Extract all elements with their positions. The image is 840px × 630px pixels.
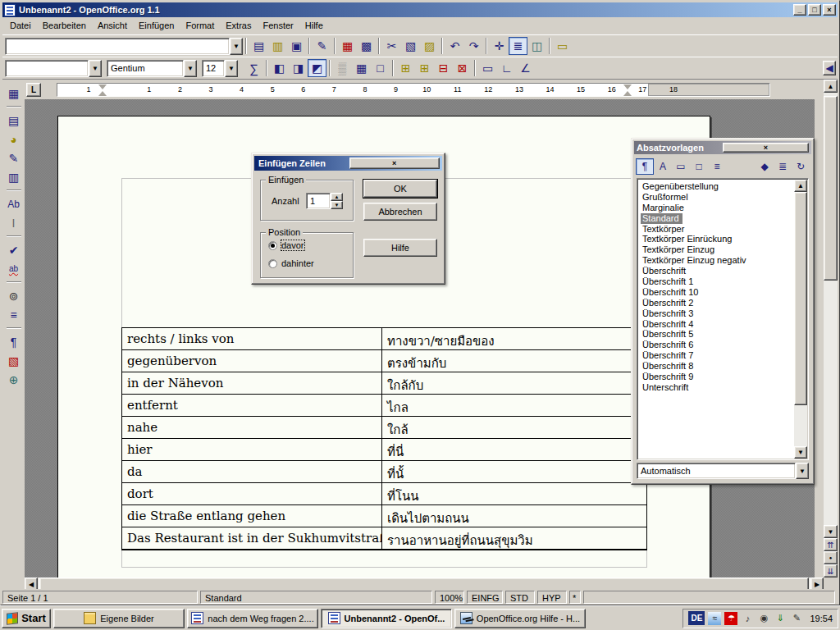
find-replace-icon[interactable]: ⊚ bbox=[5, 287, 23, 304]
style-field[interactable] bbox=[5, 60, 89, 77]
radio-after-label[interactable]: dahinter bbox=[281, 258, 314, 268]
antivirus-tray-icon[interactable]: ☂ bbox=[724, 612, 737, 625]
style-filter-value[interactable]: Automatisch bbox=[637, 463, 796, 479]
pen-tray-icon[interactable]: ✎ bbox=[790, 612, 803, 625]
font-size-field[interactable]: 12 bbox=[202, 60, 225, 77]
menu-item[interactable]: Hilfe bbox=[299, 18, 329, 33]
taskbar-task[interactable]: Eigene Bilder bbox=[53, 609, 185, 628]
style-combobox[interactable]: ▼ bbox=[5, 60, 102, 77]
navigator-icon[interactable]: ✛ bbox=[490, 37, 509, 55]
style-list-item[interactable]: Überschrift 6 bbox=[641, 340, 794, 350]
split-cells-icon[interactable]: ◨ bbox=[289, 59, 308, 77]
menu-item[interactable]: Ansicht bbox=[92, 18, 133, 33]
restore-button[interactable]: □ bbox=[808, 4, 821, 16]
update-style-icon[interactable]: ↻ bbox=[792, 158, 810, 175]
next-page-icon[interactable]: ⇊ bbox=[824, 564, 838, 578]
font-size-combobox[interactable]: 12 ▼ bbox=[202, 60, 238, 77]
dialog-title-bar[interactable]: Einfügen Zeilen × bbox=[254, 156, 442, 171]
left-indent-marker[interactable] bbox=[98, 84, 107, 96]
new-style-from-selection-icon[interactable]: ≣ bbox=[774, 158, 792, 175]
export-pdf-icon[interactable]: ▦ bbox=[338, 37, 357, 55]
page-styles-icon[interactable]: □ bbox=[690, 158, 708, 175]
more-toolbar-button[interactable]: ◀ bbox=[823, 61, 836, 75]
taskbar-task[interactable]: OpenOffice.org Hilfe - H... bbox=[454, 609, 586, 628]
close-button[interactable]: × bbox=[823, 4, 836, 16]
tab-selector-button[interactable]: L bbox=[26, 83, 41, 97]
menu-item[interactable]: Einfügen bbox=[133, 18, 180, 33]
redo-icon[interactable]: ↷ bbox=[464, 37, 483, 55]
style-list-item[interactable]: Überschrift 8 bbox=[641, 361, 794, 372]
style-list-item[interactable]: Marginalie bbox=[641, 203, 794, 213]
table-cell-german[interactable]: Das Restaurant ist in der Sukhumvitstraß… bbox=[122, 527, 382, 549]
stylist-scrollbar[interactable]: ▲ ▼ bbox=[794, 180, 807, 459]
graphics-onoff-icon[interactable]: ▧ bbox=[5, 352, 23, 369]
table-cell-german[interactable]: gegenübervon bbox=[122, 350, 382, 372]
vertical-scrollbar[interactable]: ▲ ▼ ⇈ ● ⇊ bbox=[824, 80, 838, 578]
style-list-item[interactable]: Überschrift 1 bbox=[641, 276, 794, 287]
fill-format-mode-icon[interactable]: ◆ bbox=[756, 158, 774, 175]
vertical-scroll-thumb[interactable] bbox=[824, 96, 838, 281]
start-button[interactable]: Start bbox=[2, 609, 51, 628]
style-list-item[interactable]: Textkörper Einzug negativ bbox=[641, 255, 794, 266]
table-cell-thai[interactable]: ที่นั้ bbox=[382, 461, 646, 482]
table-cell-thai[interactable]: ที่นี่ bbox=[382, 439, 646, 460]
status-insert-mode[interactable]: EINFG bbox=[467, 591, 503, 604]
count-spinner[interactable]: 1 ▲ ▼ bbox=[306, 193, 343, 209]
style-list-item[interactable]: Überschrift 2 bbox=[641, 298, 794, 308]
menu-item[interactable]: Datei bbox=[4, 18, 37, 33]
insert-chart-icon[interactable]: ◕ bbox=[5, 130, 23, 148]
insert-section-icon[interactable]: ▤ bbox=[5, 112, 23, 129]
paste-icon[interactable]: ▨ bbox=[420, 37, 439, 55]
modem-tray-icon[interactable]: ◉ bbox=[757, 612, 770, 625]
table-cell-german[interactable]: da bbox=[122, 461, 382, 482]
character-styles-icon[interactable]: A bbox=[654, 158, 672, 175]
data-sources-icon[interactable]: ≡ bbox=[5, 306, 23, 323]
table-cell-thai[interactable]: รานอาหานอยู่ที่ถนนสุขุมวิม bbox=[382, 527, 646, 549]
spellcheck-icon[interactable]: ✔ bbox=[5, 241, 23, 258]
radio-before-row[interactable]: davor bbox=[268, 240, 304, 250]
style-list-item[interactable]: Textkörper Einrückung bbox=[641, 234, 794, 244]
font-dropdown-icon[interactable]: ▼ bbox=[184, 60, 197, 77]
save-icon[interactable]: ▣ bbox=[287, 37, 306, 55]
draw-functions-icon[interactable]: ✎ bbox=[5, 149, 23, 167]
insert-object-icon[interactable]: ∟ bbox=[497, 59, 516, 77]
quickstarter-tray-icon[interactable]: ≈ bbox=[708, 612, 721, 625]
table-cell-thai[interactable]: ที่โนน bbox=[382, 483, 646, 504]
horizontal-ruler[interactable]: 1 123456789101112131415161718 bbox=[57, 83, 770, 97]
style-list-item[interactable]: Textkörper Einzug bbox=[641, 244, 794, 255]
style-list-item[interactable]: Überschrift 3 bbox=[641, 308, 794, 319]
insert-picture-icon[interactable]: ▭ bbox=[553, 37, 572, 55]
filter-dropdown-icon[interactable]: ▼ bbox=[796, 463, 809, 479]
scroll-up-icon[interactable]: ▲ bbox=[824, 80, 838, 93]
menu-item[interactable]: Extras bbox=[220, 18, 257, 33]
right-indent-marker[interactable] bbox=[623, 84, 632, 96]
radio-after-row[interactable]: dahinter bbox=[268, 258, 314, 268]
gallery-icon[interactable]: ◫ bbox=[527, 37, 546, 55]
status-hyperlink-mode[interactable]: HYP bbox=[537, 591, 567, 604]
menu-item[interactable]: Fenster bbox=[257, 18, 299, 33]
style-list-item[interactable]: Gegenüberstellung bbox=[641, 181, 794, 192]
insert-dimension-icon[interactable]: ∠ bbox=[516, 59, 535, 77]
sum-icon[interactable]: ∑ bbox=[244, 59, 263, 77]
table-cell-german[interactable]: rechts / links von bbox=[122, 328, 382, 349]
insert-table-icon[interactable]: ▦ bbox=[5, 84, 23, 102]
paragraph-styles-icon[interactable]: ¶ bbox=[636, 158, 654, 175]
insert-frame-icon[interactable]: ▭ bbox=[478, 59, 497, 77]
table-cell-thai[interactable]: ใกล้กับ bbox=[382, 372, 646, 394]
insert-column-icon[interactable]: ⊞ bbox=[415, 59, 434, 77]
insert-fields-icon[interactable]: ▥ bbox=[5, 168, 23, 185]
insert-row-icon[interactable]: ⊞ bbox=[396, 59, 415, 77]
table-cell-german[interactable]: hier bbox=[122, 439, 382, 460]
url-combobox[interactable]: ▼ bbox=[5, 38, 243, 55]
spin-down-icon[interactable]: ▼ bbox=[331, 201, 343, 209]
status-style[interactable]: Standard bbox=[200, 591, 432, 604]
background-color-icon[interactable]: ▒ bbox=[333, 59, 352, 77]
undo-icon[interactable]: ↶ bbox=[445, 37, 464, 55]
stylist-close-button[interactable]: × bbox=[723, 143, 809, 153]
stylist-icon[interactable]: ≣ bbox=[509, 37, 527, 55]
new-document-icon[interactable]: ▤ bbox=[249, 37, 268, 55]
merge-cells-icon[interactable]: ◧ bbox=[270, 59, 289, 77]
style-list-item[interactable]: Überschrift 4 bbox=[641, 319, 794, 330]
title-bar[interactable]: Unbenannt2 - OpenOffice.org 1.1 _ □ × bbox=[2, 2, 838, 17]
table-cell-thai[interactable]: ตรงข้ามกับ bbox=[382, 350, 646, 372]
